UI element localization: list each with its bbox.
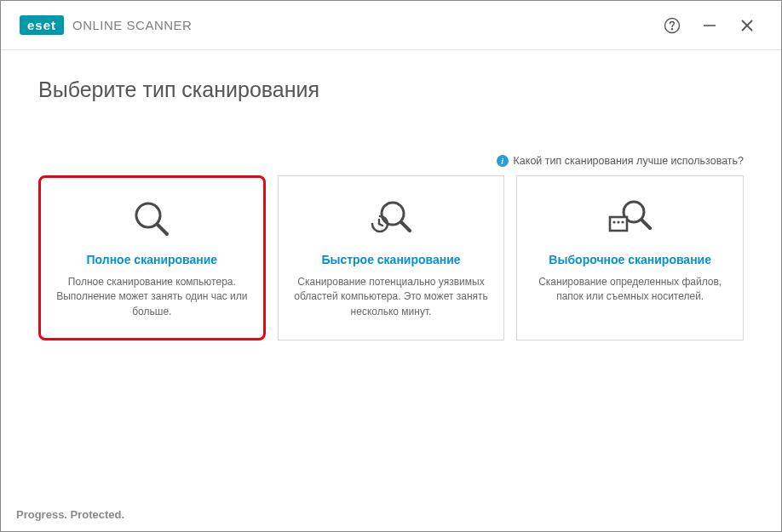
page-title: Выберите тип сканирования <box>38 77 744 102</box>
content-area: Выберите тип сканирования i Какой тип ск… <box>1 50 781 531</box>
quick-scan-title: Быстрое сканирование <box>321 253 460 266</box>
info-icon: i <box>497 155 509 167</box>
minimize-icon <box>702 18 717 33</box>
custom-scan-card[interactable]: Выборочное сканирование Сканирование опр… <box>516 175 744 340</box>
svg-line-12 <box>641 220 650 228</box>
svg-point-15 <box>617 220 619 223</box>
full-scan-desc: Полное сканирование компьютера. Выполнен… <box>55 275 250 319</box>
hint-row: i Какой тип сканирования лучше использов… <box>38 155 744 167</box>
custom-scan-desc: Сканирование определенных файлов, папок … <box>532 275 727 305</box>
svg-point-1 <box>671 28 673 30</box>
custom-scan-title: Выборочное сканирование <box>549 253 711 266</box>
svg-line-10 <box>379 224 382 226</box>
help-icon <box>664 17 681 34</box>
close-icon <box>739 18 755 33</box>
full-scan-card[interactable]: Полное сканирование Полное сканирование … <box>38 175 266 340</box>
svg-point-16 <box>621 220 624 223</box>
svg-rect-13 <box>610 217 627 231</box>
quick-scan-card[interactable]: Быстрое сканирование Сканирование потенц… <box>278 175 505 340</box>
help-button[interactable] <box>653 7 691 44</box>
scan-type-hint-link[interactable]: Какой тип сканирования лучше использоват… <box>514 155 744 167</box>
footer-tagline: Progress. Protected. <box>16 508 124 521</box>
full-scan-title: Полное сканирование <box>87 253 218 266</box>
app-window: eset ONLINE SCANNER Выберите тип сканиро… <box>0 0 782 532</box>
svg-line-8 <box>401 222 410 231</box>
magnifier-icon <box>129 195 174 243</box>
brand-logo: eset <box>20 15 64 35</box>
minimize-button[interactable] <box>691 7 728 44</box>
quick-scan-desc: Сканирование потенциально уязвимых облас… <box>294 275 489 319</box>
close-button[interactable] <box>728 7 766 44</box>
scan-type-cards: Полное сканирование Полное сканирование … <box>38 175 744 340</box>
magnifier-clock-icon <box>367 195 415 243</box>
svg-line-6 <box>158 225 167 234</box>
svg-point-14 <box>612 220 615 223</box>
magnifier-checklist-icon <box>607 195 654 243</box>
product-name: ONLINE SCANNER <box>72 18 192 32</box>
titlebar: eset ONLINE SCANNER <box>1 1 781 50</box>
